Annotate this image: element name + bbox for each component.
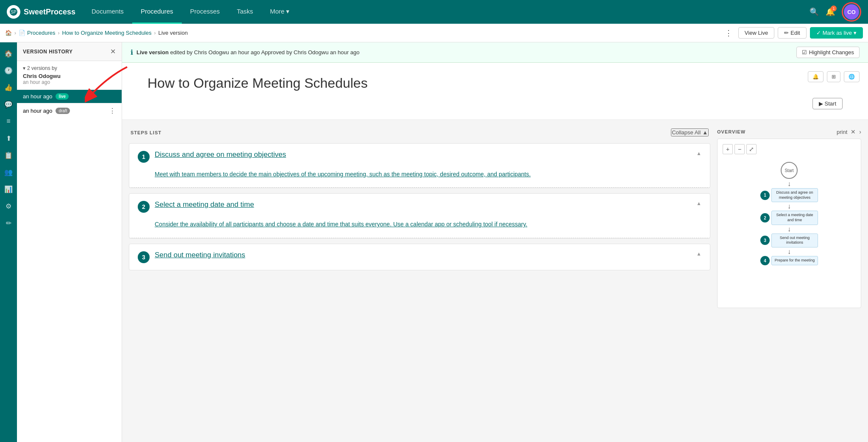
steps-list-label: STEPS LIST <box>131 130 161 135</box>
overview-diagram: Start ↓ 1 Discuss and agree on meeting o… <box>723 158 856 270</box>
version-time: an hour ago <box>23 79 116 85</box>
collapse-chevron-icon: ▲ <box>702 129 708 136</box>
version-history-panel: VERSION HISTORY ✕ ▾ 2 versions by Chris … <box>17 42 122 442</box>
sidebar-history-icon[interactable]: 🕐 <box>1 63 16 78</box>
doc-title: How to Organize Meeting Schedules <box>147 75 843 91</box>
logo-icon: SP <box>7 5 20 19</box>
globe-icon-button[interactable]: 🌐 <box>844 71 860 82</box>
edit-button[interactable]: ✏ Edit <box>778 27 806 39</box>
banner-time-1: an hour ago <box>231 49 260 56</box>
nav-documents[interactable]: Documents <box>83 0 132 24</box>
sidebar-home-icon[interactable]: 🏠 <box>1 46 16 61</box>
chevron-down-icon: ▾ <box>23 65 25 71</box>
step-item-3: 3 Send out meeting invitations ▲ <box>129 244 710 270</box>
info-banner: ℹ Live version edited by Chris Odogwu an… <box>122 42 868 63</box>
overview-next-button[interactable]: › <box>859 128 861 135</box>
overview-close-button[interactable]: ✕ <box>851 128 856 135</box>
print-link[interactable]: print <box>837 129 847 135</box>
version-live-label: an hour ago live <box>23 93 69 100</box>
sidebar-analytics-icon[interactable]: 📊 <box>1 181 16 197</box>
sidebar-like-icon[interactable]: 👍 <box>1 80 16 95</box>
diagram-arrow-2: ↓ <box>787 226 791 233</box>
main-layout: 🏠 🕐 👍 💬 ≡ ⬆ 📋 👥 📊 ⚙ ✏ VERSION HISTORY ✕ … <box>0 42 868 442</box>
collapse-all-button[interactable]: Collapse All ▲ <box>671 128 709 136</box>
step-content-2: Consider the availability of all partici… <box>129 220 710 236</box>
view-live-button[interactable]: View Live <box>738 27 774 39</box>
nav-processes[interactable]: Processes <box>182 0 228 24</box>
step-title-2[interactable]: Select a meeting date and time <box>155 200 254 209</box>
breadcrumb-sep-2: › <box>58 30 59 36</box>
banner-text: Live version edited by Chris Odogwu an h… <box>136 49 359 56</box>
banner-approved-by: Approved by Chris Odogwu <box>261 49 328 56</box>
zoom-fit-button[interactable]: ⤢ <box>746 144 757 154</box>
sidebar-list-icon[interactable]: ≡ <box>1 114 16 129</box>
columns-icon-button[interactable]: ⊞ <box>827 71 840 82</box>
version-item-draft[interactable]: an hour ago draft ⋮ <box>17 103 122 118</box>
steps-header: STEPS LIST Collapse All ▲ <box>129 128 710 136</box>
overview-header: OVERVIEW print ✕ › <box>717 128 861 135</box>
node-circle-2: 2 <box>760 213 770 222</box>
svg-text:SP: SP <box>11 10 17 14</box>
more-options-button[interactable]: ⋮ <box>722 28 735 38</box>
sidebar-upload-icon[interactable]: ⬆ <box>1 131 16 146</box>
breadcrumb-document[interactable]: How to Organize Meeting Schedules <box>62 30 151 36</box>
mark-as-live-button[interactable]: ✓ Mark as live ▾ <box>810 27 863 39</box>
zoom-out-button[interactable]: − <box>734 144 745 154</box>
highlight-changes-button[interactable]: ☑ Highlight Changes <box>796 47 860 58</box>
step-number-2: 2 <box>138 201 150 213</box>
highlight-icon: ☑ <box>802 49 807 56</box>
search-icon[interactable]: 🔍 <box>810 7 819 17</box>
start-button[interactable]: ▶ Start <box>812 98 843 109</box>
step-description-2: Consider the availability of all partici… <box>155 220 701 229</box>
nav-more[interactable]: More ▾ <box>262 0 298 24</box>
nav-procedures[interactable]: Procedures <box>132 0 182 24</box>
step-header-2[interactable]: 2 Select a meeting date and time ▲ <box>129 194 710 220</box>
draft-item-dots-button[interactable]: ⋮ <box>109 107 116 115</box>
nav-tasks[interactable]: Tasks <box>228 0 262 24</box>
step-title-1[interactable]: Discuss and agree on meeting objectives <box>155 150 286 159</box>
sidebar-copy-icon[interactable]: 📋 <box>1 147 16 163</box>
live-badge: live <box>56 93 69 100</box>
breadcrumb-procedures[interactable]: 📄 Procedures <box>19 30 55 36</box>
version-draft-label: an hour ago draft <box>23 108 70 114</box>
sidebar-team-icon[interactable]: 👥 <box>1 164 16 180</box>
step-divider-1 <box>129 187 710 188</box>
info-icon: ℹ <box>131 48 133 56</box>
zoom-in-button[interactable]: + <box>723 144 733 154</box>
sidebar-edit-icon[interactable]: ✏ <box>1 215 16 231</box>
notifications-icon[interactable]: 🔔1 <box>826 7 835 17</box>
breadcrumb-home[interactable]: 🏠 <box>5 30 12 36</box>
step-chevron-2: ▲ <box>696 200 701 206</box>
content-area: ℹ Live version edited by Chris Odogwu an… <box>122 42 868 442</box>
bell-icon-button[interactable]: 🔔 <box>808 71 823 82</box>
breadcrumb-current: Live version <box>159 30 188 36</box>
step-chevron-3: ▲ <box>696 251 701 257</box>
diagram-arrow-0: ↓ <box>787 181 791 187</box>
node-circle-3: 3 <box>760 236 770 245</box>
step-header-3[interactable]: 3 Send out meeting invitations ▲ <box>129 244 710 270</box>
sidebar-comments-icon[interactable]: 💬 <box>1 97 16 112</box>
close-version-panel-button[interactable]: ✕ <box>110 47 116 56</box>
breadcrumb-bar: 🏠 › 📄 Procedures › How to Organize Meeti… <box>0 24 868 42</box>
diagram-arrow-3: ↓ <box>787 248 791 255</box>
step-chevron-1: ▲ <box>696 150 701 156</box>
avatar-ring: CO <box>842 2 861 22</box>
step-header-1[interactable]: 1 Discuss and agree on meeting objective… <box>129 144 710 170</box>
diagram-node-4: 4 Prepare for the meeting <box>760 256 818 265</box>
node-circle-1: 1 <box>760 191 770 200</box>
start-circle: Start <box>781 162 798 179</box>
banner-edited-by: edited by Chris Odogwu <box>170 49 229 56</box>
doc-header: How to Organize Meeting Schedules 🔔 ⊞ 🌐 … <box>122 63 868 120</box>
avatar[interactable]: CO <box>844 4 859 19</box>
step-title-3[interactable]: Send out meeting invitations <box>155 251 245 259</box>
step-content-1: Meet with team members to decide the mai… <box>129 170 710 186</box>
procedures-icon: 📄 <box>19 30 25 36</box>
overview-title: OVERVIEW <box>717 129 746 134</box>
breadcrumb-sep-1: › <box>14 30 16 36</box>
overview-content: + − ⤢ Start ↓ 1 Discuss and a <box>717 139 861 308</box>
diagram-node-2: 2 Select a meeting date and time <box>760 211 818 225</box>
sidebar-settings-icon[interactable]: ⚙ <box>1 198 16 214</box>
step-description-1: Meet with team members to decide the mai… <box>155 170 701 179</box>
step-number-1: 1 <box>138 151 150 163</box>
version-item-live[interactable]: an hour ago live <box>17 90 122 103</box>
